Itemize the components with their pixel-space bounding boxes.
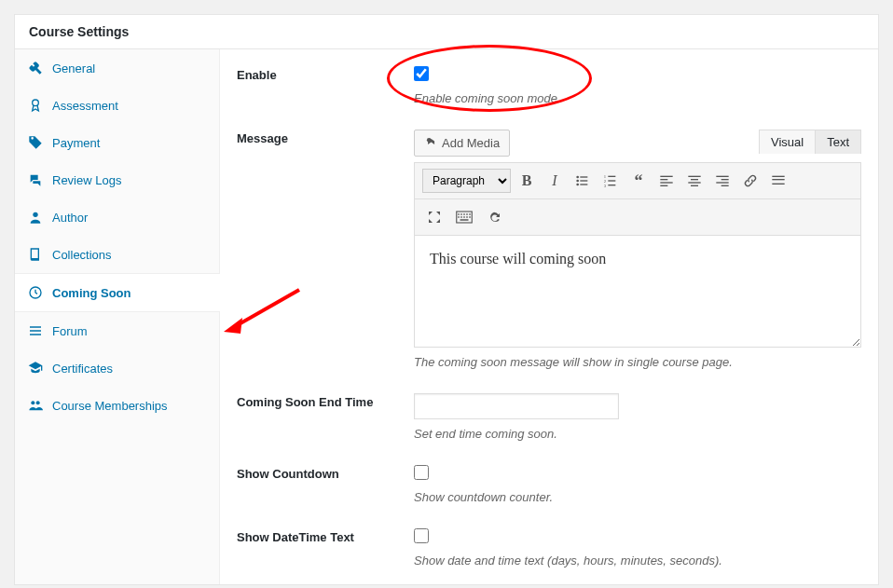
ribbon-icon bbox=[28, 98, 43, 113]
svg-point-6 bbox=[576, 176, 579, 179]
more-button[interactable] bbox=[766, 169, 790, 193]
tab-visual[interactable]: Visual bbox=[759, 130, 816, 154]
editor-textarea[interactable]: This course will coming soon bbox=[414, 236, 861, 348]
refresh-button[interactable] bbox=[482, 205, 506, 229]
svg-rect-26 bbox=[716, 176, 728, 177]
label-show-datetime: Show DateTime Text bbox=[237, 528, 414, 567]
svg-rect-11 bbox=[580, 184, 587, 185]
book-icon bbox=[28, 247, 43, 262]
svg-point-0 bbox=[33, 100, 39, 106]
svg-rect-44 bbox=[460, 219, 469, 221]
svg-rect-40 bbox=[460, 216, 462, 218]
sidebar-item-author[interactable]: Author bbox=[15, 198, 219, 236]
row-end-time: Coming Soon End Time Set end time coming… bbox=[237, 393, 861, 441]
svg-rect-28 bbox=[716, 182, 728, 183]
sidebar-item-general[interactable]: General bbox=[15, 49, 219, 87]
svg-rect-25 bbox=[691, 185, 698, 186]
media-icon bbox=[424, 135, 437, 151]
wrench-icon bbox=[28, 61, 43, 75]
svg-rect-21 bbox=[660, 185, 667, 186]
desc-show-datetime: Show date and time text (days, hours, mi… bbox=[414, 554, 861, 567]
panel-header: Course Settings bbox=[15, 15, 878, 49]
fullscreen-button[interactable] bbox=[422, 205, 446, 229]
show-countdown-checkbox[interactable] bbox=[414, 465, 429, 480]
bold-button[interactable]: B bbox=[515, 169, 539, 193]
svg-rect-32 bbox=[772, 184, 784, 185]
field-show-countdown: Show countdown counter. bbox=[414, 465, 861, 504]
label-enable: Enable bbox=[237, 66, 414, 105]
svg-rect-24 bbox=[688, 182, 700, 183]
format-select[interactable]: Paragraph bbox=[422, 169, 511, 193]
svg-rect-41 bbox=[463, 216, 465, 218]
quote-button[interactable]: “ bbox=[626, 169, 651, 193]
field-show-datetime: Show date and time text (days, hours, mi… bbox=[414, 528, 861, 567]
svg-point-10 bbox=[576, 184, 579, 186]
keyboard-button[interactable] bbox=[452, 205, 476, 229]
panel-body: General Assessment Payment Review Logs A… bbox=[15, 49, 878, 584]
sidebar-item-coming-soon[interactable]: Coming Soon bbox=[15, 273, 220, 312]
svg-rect-22 bbox=[688, 176, 700, 177]
course-settings-panel: Course Settings General Assessment Payme… bbox=[14, 14, 879, 585]
list-icon bbox=[28, 323, 43, 338]
clock-icon bbox=[28, 285, 43, 300]
svg-rect-9 bbox=[580, 180, 587, 181]
tab-text[interactable]: Text bbox=[815, 130, 861, 154]
svg-rect-39 bbox=[458, 216, 460, 218]
svg-rect-38 bbox=[469, 213, 471, 215]
svg-rect-34 bbox=[458, 213, 460, 215]
svg-rect-35 bbox=[460, 213, 462, 215]
svg-rect-27 bbox=[721, 179, 729, 180]
sidebar-item-review-logs[interactable]: Review Logs bbox=[15, 161, 219, 198]
group-icon bbox=[28, 398, 43, 413]
end-time-input[interactable] bbox=[414, 393, 619, 419]
field-enable: Enable coming soon mode. bbox=[414, 66, 861, 105]
svg-rect-17 bbox=[608, 185, 615, 185]
sidebar-item-label: Course Memberships bbox=[52, 399, 168, 413]
svg-rect-29 bbox=[721, 185, 729, 186]
align-right-button[interactable] bbox=[710, 169, 735, 193]
align-center-button[interactable] bbox=[682, 169, 707, 193]
sidebar-item-course-memberships[interactable]: Course Memberships bbox=[15, 387, 219, 424]
desc-end-time: Set end time coming soon. bbox=[414, 427, 861, 441]
align-left-button[interactable] bbox=[654, 169, 679, 193]
sidebar-item-payment[interactable]: Payment bbox=[15, 124, 219, 161]
sidebar: General Assessment Payment Review Logs A… bbox=[15, 49, 220, 584]
svg-rect-43 bbox=[469, 216, 471, 218]
italic-button[interactable]: I bbox=[543, 169, 567, 193]
sidebar-item-label: Certificates bbox=[52, 362, 113, 376]
editor-toolbar: Paragraph B I 123 “ bbox=[414, 162, 861, 199]
sidebar-item-collections[interactable]: Collections bbox=[15, 236, 219, 273]
add-media-button[interactable]: Add Media bbox=[414, 130, 510, 157]
svg-rect-20 bbox=[660, 182, 672, 183]
content-area: Enable Enable coming soon mode. Message … bbox=[220, 49, 878, 584]
label-end-time: Coming Soon End Time bbox=[237, 393, 414, 441]
svg-text:3: 3 bbox=[604, 184, 607, 188]
bullet-list-button[interactable] bbox=[570, 169, 595, 193]
desc-enable: Enable coming soon mode. bbox=[414, 91, 861, 105]
sidebar-item-label: Author bbox=[52, 211, 88, 225]
sidebar-item-forum[interactable]: Forum bbox=[15, 312, 219, 349]
sidebar-item-label: Assessment bbox=[52, 99, 118, 113]
svg-rect-31 bbox=[772, 179, 784, 180]
svg-point-8 bbox=[576, 180, 579, 183]
link-button[interactable] bbox=[738, 169, 762, 193]
sidebar-item-certificates[interactable]: Certificates bbox=[15, 349, 219, 387]
desc-message: The coming soon message will show in sin… bbox=[414, 355, 861, 369]
svg-rect-30 bbox=[772, 176, 784, 177]
svg-point-1 bbox=[33, 212, 37, 217]
svg-rect-13 bbox=[608, 176, 615, 177]
number-list-button[interactable]: 123 bbox=[598, 169, 623, 193]
svg-rect-7 bbox=[580, 176, 587, 177]
row-show-datetime: Show DateTime Text Show date and time te… bbox=[237, 528, 861, 567]
row-message: Message Add Media Visual Text Paragraph … bbox=[237, 130, 861, 369]
show-datetime-checkbox[interactable] bbox=[414, 528, 429, 543]
row-show-countdown: Show Countdown Show countdown counter. bbox=[237, 465, 861, 504]
svg-rect-19 bbox=[660, 179, 667, 180]
enable-checkbox[interactable] bbox=[414, 66, 429, 81]
sidebar-item-assessment[interactable]: Assessment bbox=[15, 87, 219, 124]
editor-toolbar-2 bbox=[414, 199, 861, 236]
sidebar-item-label: Coming Soon bbox=[52, 286, 131, 300]
editor-wrap: Paragraph B I 123 “ bbox=[414, 162, 861, 348]
svg-point-4 bbox=[36, 401, 40, 404]
svg-rect-18 bbox=[660, 176, 672, 177]
